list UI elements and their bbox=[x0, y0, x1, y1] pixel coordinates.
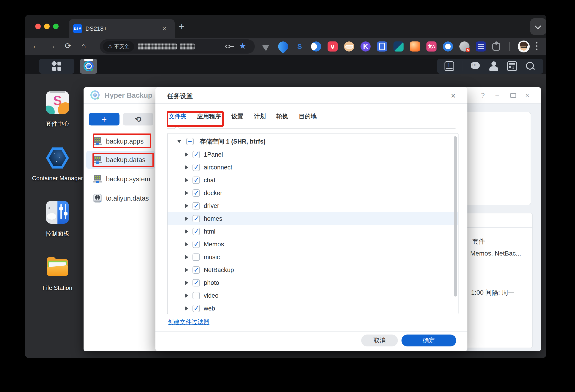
geometric-icon[interactable] bbox=[393, 41, 404, 51]
wave-circle-icon[interactable] bbox=[311, 41, 321, 51]
folder-checkbox-photo[interactable] bbox=[192, 279, 200, 286]
expand-triangle-icon[interactable] bbox=[185, 281, 188, 285]
volume-checkbox[interactable] bbox=[186, 138, 194, 145]
tree-row-chat[interactable]: chat bbox=[168, 174, 458, 187]
restore-button[interactable]: ⟲ bbox=[123, 113, 153, 125]
create-task-button[interactable]: + bbox=[89, 113, 120, 125]
help-button[interactable]: ? bbox=[481, 91, 485, 99]
folder-checkbox-Memos[interactable] bbox=[192, 241, 200, 248]
extensions-puzzle-icon[interactable] bbox=[492, 43, 500, 50]
desktop-icon-container-manager[interactable] bbox=[46, 147, 69, 170]
expand-triangle-icon[interactable] bbox=[185, 229, 188, 234]
tab-rotation[interactable]: 轮换 bbox=[276, 112, 288, 121]
search-icon[interactable] bbox=[526, 61, 535, 71]
bookmark-star-icon[interactable]: ★ bbox=[239, 41, 246, 51]
task-item-to.aliyun.datas[interactable]: to.aliyun.datas bbox=[86, 191, 155, 206]
tab-close-icon[interactable]: × bbox=[162, 25, 167, 32]
tree-row-docker[interactable]: docker bbox=[168, 187, 458, 199]
tree-row-NetBackup[interactable]: NetBackup bbox=[168, 264, 458, 276]
s-curve-icon[interactable]: S bbox=[295, 41, 305, 51]
desktop-icon-package-center[interactable]: S bbox=[46, 91, 69, 114]
tree-row-Memos[interactable]: Memos bbox=[168, 238, 458, 251]
folder-checkbox-html[interactable] bbox=[192, 228, 200, 235]
tree-scrollbar[interactable] bbox=[454, 136, 457, 296]
tree-row-airconnect[interactable]: airconnect bbox=[168, 161, 458, 174]
user-account-icon[interactable] bbox=[489, 61, 499, 71]
tree-row-video[interactable]: video bbox=[168, 289, 458, 302]
folder-checkbox-music[interactable] bbox=[192, 253, 200, 261]
expand-triangle-icon[interactable] bbox=[185, 268, 188, 272]
expand-triangle-icon[interactable] bbox=[185, 152, 188, 157]
tab-search-button[interactable] bbox=[530, 18, 546, 35]
minimize-button[interactable]: − bbox=[495, 91, 499, 99]
tree-row-homes[interactable]: homes bbox=[168, 212, 458, 225]
expand-triangle-icon[interactable] bbox=[185, 306, 188, 311]
translate-icon[interactable]: 文A bbox=[427, 41, 436, 51]
tree-row-html[interactable]: html bbox=[168, 225, 458, 238]
task-item-backup.system[interactable]: backup.system bbox=[86, 172, 155, 187]
expand-triangle-icon[interactable] bbox=[185, 294, 188, 298]
folder-checkbox-docker[interactable] bbox=[192, 189, 200, 197]
pocket-icon[interactable]: ∨ bbox=[328, 41, 338, 51]
home-button[interactable]: ⌂ bbox=[81, 41, 86, 50]
taskbar-hyper-backup-button[interactable] bbox=[80, 59, 97, 74]
ok-button[interactable]: 确定 bbox=[402, 335, 456, 346]
collapse-triangle-icon[interactable] bbox=[177, 140, 181, 143]
expand-triangle-icon[interactable] bbox=[185, 217, 188, 221]
tab-schedule[interactable]: 计划 bbox=[254, 112, 266, 121]
dialog-close-icon[interactable]: × bbox=[451, 91, 455, 100]
orange-blob-icon[interactable] bbox=[410, 41, 420, 51]
maximize-button[interactable] bbox=[510, 93, 516, 98]
folder-checkbox-video[interactable] bbox=[192, 292, 200, 299]
expand-triangle-icon[interactable] bbox=[185, 242, 188, 246]
tree-row-driver[interactable]: driver bbox=[168, 199, 458, 212]
window-close-button[interactable]: × bbox=[525, 91, 529, 99]
folder-checkbox-airconnect[interactable] bbox=[192, 164, 200, 171]
folder-checkbox-homes[interactable] bbox=[192, 215, 200, 222]
desktop-icon-file-station[interactable] bbox=[46, 256, 69, 278]
desktop-icon-control-panel[interactable] bbox=[46, 201, 69, 224]
macos-minimize-button[interactable] bbox=[44, 24, 50, 29]
error-badge-icon[interactable] bbox=[459, 41, 470, 51]
forward-button[interactable]: → bbox=[48, 41, 56, 50]
folder-checkbox-driver[interactable] bbox=[192, 202, 200, 210]
tree-row-1Panel[interactable]: 1Panel bbox=[168, 148, 458, 161]
list-rows-icon[interactable] bbox=[476, 41, 486, 51]
phone-lock-icon[interactable] bbox=[377, 41, 387, 51]
browser-tab[interactable]: DSM DS218+ × bbox=[69, 19, 175, 38]
expand-triangle-icon[interactable] bbox=[185, 191, 188, 195]
widgets-panel-icon[interactable] bbox=[507, 61, 517, 71]
expand-triangle-icon[interactable] bbox=[185, 178, 188, 182]
security-chip[interactable]: ⚠ 不安全 bbox=[103, 41, 134, 52]
macos-zoom-button[interactable] bbox=[53, 24, 59, 29]
folder-checkbox-1Panel[interactable] bbox=[192, 151, 200, 158]
notifications-chat-icon[interactable] bbox=[471, 61, 480, 71]
expand-triangle-icon[interactable] bbox=[185, 204, 188, 208]
address-bar[interactable]: ⚠ 不安全 ★ bbox=[100, 39, 255, 54]
profile-avatar[interactable] bbox=[518, 41, 530, 52]
new-tab-button[interactable]: + bbox=[179, 23, 185, 31]
create-file-filter-link[interactable]: 创建文件过滤器 bbox=[168, 318, 210, 326]
folder-checkbox-chat[interactable] bbox=[192, 176, 200, 184]
face-glasses-icon[interactable] bbox=[344, 41, 354, 51]
reload-button[interactable]: ⟳ bbox=[65, 41, 72, 50]
tab-destination[interactable]: 目的地 bbox=[299, 112, 316, 121]
tree-row-music[interactable]: music bbox=[168, 251, 458, 264]
dsm-main-menu-button[interactable] bbox=[39, 59, 74, 74]
back-button[interactable]: ← bbox=[32, 41, 40, 50]
browser-menu-icon[interactable] bbox=[536, 42, 537, 44]
tab-settings[interactable]: 设置 bbox=[231, 112, 243, 121]
folder-checkbox-NetBackup[interactable] bbox=[192, 266, 200, 274]
expand-triangle-icon[interactable] bbox=[185, 255, 188, 259]
folder-checkbox-web[interactable] bbox=[192, 305, 200, 312]
tree-row-photo[interactable]: photo bbox=[168, 276, 458, 289]
cancel-button[interactable]: 取消 bbox=[361, 335, 398, 346]
map-pin-icon[interactable] bbox=[276, 39, 290, 54]
send-arrow-icon[interactable] bbox=[262, 41, 272, 51]
tree-row-web[interactable]: web bbox=[168, 302, 458, 314]
ring-icon[interactable] bbox=[443, 41, 453, 51]
expand-triangle-icon[interactable] bbox=[185, 165, 188, 170]
tree-row-volume1[interactable]: 存储空间 1 (SHR, btrfs) bbox=[168, 135, 458, 148]
k-circle-icon[interactable]: K bbox=[360, 41, 371, 51]
external-device-icon[interactable] bbox=[445, 61, 454, 71]
